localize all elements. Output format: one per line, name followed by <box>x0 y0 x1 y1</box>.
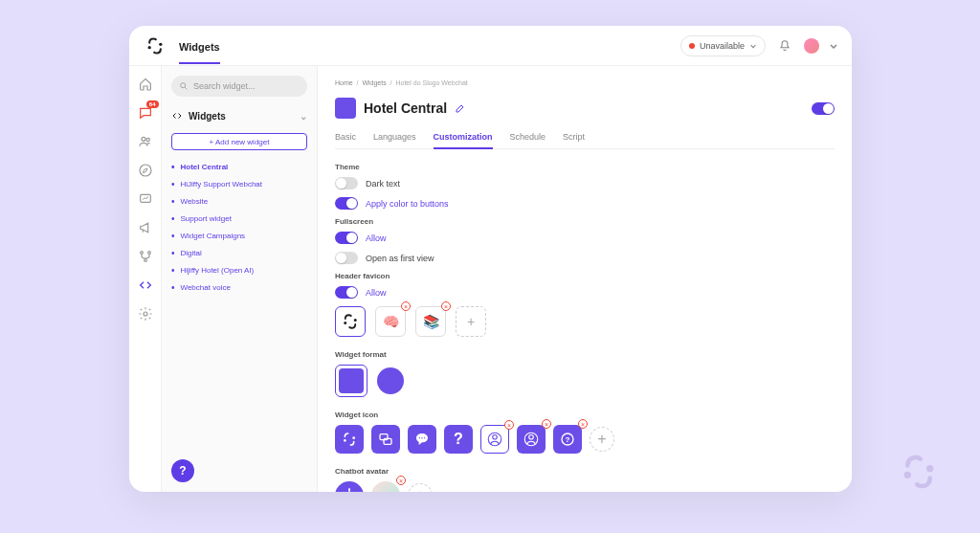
widget-item[interactable]: Widget Campaigns <box>171 231 307 241</box>
chevron-down-icon: ⌄ <box>300 111 307 122</box>
svg-point-9 <box>144 312 147 316</box>
svg-point-7 <box>147 252 150 255</box>
widget-item[interactable]: Hotel Central <box>171 162 307 172</box>
nav-inbox[interactable]: 64 <box>137 104 154 122</box>
theme-label: Theme <box>335 163 835 171</box>
page-title: Hotel Central <box>364 100 447 116</box>
svg-point-23 <box>529 435 534 440</box>
widget-item[interactable]: Webchat voice <box>171 282 307 293</box>
open-first-view-toggle[interactable] <box>335 252 358 264</box>
avatar-option-1[interactable] <box>335 481 364 492</box>
megaphone-icon <box>138 220 153 235</box>
format-circle[interactable] <box>377 365 404 397</box>
add-widget-icon-button[interactable]: + <box>590 427 614 452</box>
breadcrumb-current: Hotel do Slogo Webchat <box>395 79 467 86</box>
widget-item[interactable]: Hijiffy Hotel (Open AI) <box>171 265 307 276</box>
widget-enabled-toggle[interactable] <box>812 102 835 115</box>
breadcrumb: Home / Widgets / Hotel do Slogo Webchat <box>335 79 835 86</box>
svg-point-17 <box>419 437 420 438</box>
nav-explore[interactable] <box>137 162 154 179</box>
favicon-option-1[interactable] <box>335 306 366 337</box>
remove-widget-icon-button[interactable]: × <box>578 419 588 429</box>
tab-customization[interactable]: Customization <box>434 132 493 149</box>
widget-item[interactable]: Website <box>171 196 307 207</box>
tab-schedule[interactable]: Schedule <box>510 132 546 148</box>
fullscreen-allow-toggle[interactable] <box>335 232 358 244</box>
tab-basic[interactable]: Basic <box>335 132 356 148</box>
code-icon <box>138 278 153 293</box>
widget-icon-2[interactable] <box>371 425 400 454</box>
availability-status[interactable]: Unavailable <box>680 35 766 56</box>
nav-automation[interactable] <box>137 248 154 265</box>
gear-icon <box>138 306 153 322</box>
favicon-allow-toggle[interactable] <box>335 286 358 299</box>
breadcrumb-widgets[interactable]: Widgets <box>362 79 386 86</box>
apply-color-toggle[interactable] <box>335 197 358 210</box>
nav-home[interactable] <box>137 76 154 93</box>
widget-icon-7[interactable]: ? × <box>553 425 582 454</box>
svg-point-10 <box>181 83 186 88</box>
svg-point-11 <box>344 322 346 324</box>
chevron-down-icon[interactable] <box>829 41 838 51</box>
remove-widget-icon-button[interactable]: × <box>542 419 551 429</box>
widget-format-label: Widget format <box>335 350 835 359</box>
brand-logo <box>143 33 167 58</box>
edit-icon[interactable] <box>455 102 466 114</box>
hijiffy-icon <box>342 313 359 330</box>
dark-text-toggle[interactable] <box>335 177 358 189</box>
notifications-button[interactable] <box>775 36 794 56</box>
widget-icon-5[interactable]: × <box>480 425 509 454</box>
remove-widget-icon-button[interactable]: × <box>504 420 514 430</box>
status-dot-icon <box>689 43 695 49</box>
search-placeholder: Search widget... <box>193 81 256 91</box>
favicon-option-3[interactable]: 📚 × <box>415 306 446 337</box>
widget-item[interactable]: Support widget <box>171 213 307 224</box>
chatbot-avatar-label: Chatbot avatar <box>335 467 835 476</box>
user-avatar[interactable] <box>804 38 819 54</box>
chatbot-avatar-options: × + <box>335 481 835 492</box>
nav-analytics[interactable] <box>137 190 154 208</box>
fullscreen-section-label: Fullscreen <box>335 217 835 226</box>
widgets-section-header[interactable]: Widgets ⌄ <box>171 110 307 122</box>
widget-icon-1[interactable] <box>335 425 364 454</box>
svg-point-2 <box>142 137 145 141</box>
remove-avatar-button[interactable]: × <box>396 476 406 485</box>
svg-point-19 <box>424 437 425 438</box>
help-button[interactable]: ? <box>171 459 194 482</box>
add-new-widget-button[interactable]: + Add new widget <box>171 133 307 150</box>
widget-icon-3[interactable] <box>408 425 436 454</box>
chart-icon <box>138 191 153 207</box>
nav-widgets[interactable] <box>137 277 154 294</box>
page-tab-title[interactable]: Widgets <box>179 28 220 64</box>
widget-item[interactable]: HiJiffy Support Webchat <box>171 179 307 189</box>
breadcrumb-home[interactable]: Home <box>335 79 353 86</box>
widget-icon-6[interactable]: × <box>517 425 546 454</box>
add-avatar-button[interactable]: + <box>408 483 433 492</box>
svg-point-21 <box>493 435 498 440</box>
add-favicon-button[interactable]: + <box>456 306 486 337</box>
widget-icon-label: Widget icon <box>335 411 835 419</box>
widget-list: Hotel Central HiJiffy Support Webchat We… <box>171 162 307 293</box>
avatar-option-2[interactable]: × <box>371 481 400 492</box>
page-header: Hotel Central <box>335 98 835 119</box>
hijiffy-logo-icon <box>145 36 165 56</box>
apply-color-label: Apply color to buttons <box>366 199 449 209</box>
remove-favicon-button[interactable]: × <box>441 301 451 311</box>
tab-script[interactable]: Script <box>563 132 585 148</box>
format-square[interactable] <box>335 365 368 397</box>
favicon-allow-label: Allow <box>366 288 387 298</box>
brain-icon: 🧠 <box>383 314 399 329</box>
nav-contacts[interactable] <box>137 133 154 150</box>
svg-point-18 <box>421 437 422 438</box>
widget-item[interactable]: Digital <box>171 248 307 258</box>
nav-settings[interactable] <box>137 305 154 322</box>
tab-languages[interactable]: Languages <box>373 132 416 148</box>
widget-icon-4[interactable]: ? <box>444 425 473 454</box>
search-input[interactable]: Search widget... <box>171 76 307 97</box>
widget-color-swatch <box>335 98 356 119</box>
svg-point-0 <box>148 46 151 49</box>
svg-point-4 <box>140 165 151 176</box>
favicon-option-2[interactable]: 🧠 × <box>375 306 406 337</box>
nav-campaigns[interactable] <box>137 219 154 236</box>
remove-favicon-button[interactable]: × <box>401 301 411 311</box>
